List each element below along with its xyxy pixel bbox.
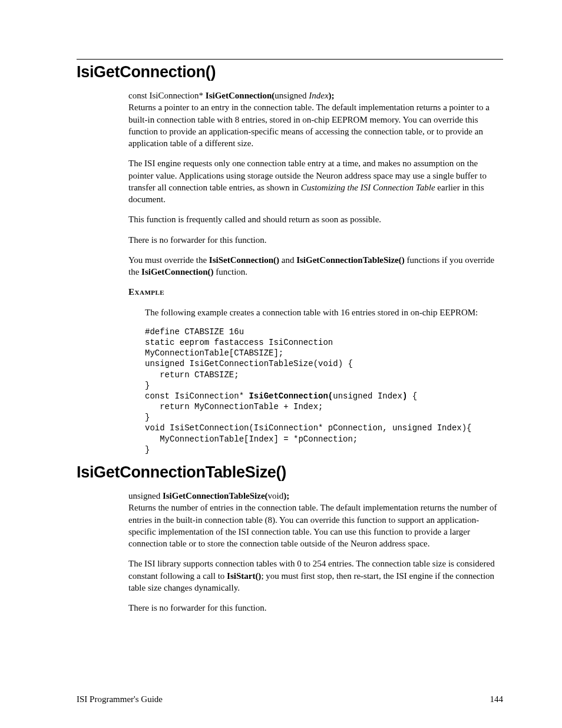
para-frequently-called: This function is frequently called and s… bbox=[128, 213, 503, 225]
text: function. bbox=[214, 267, 248, 276]
sig-pre: const IsiConnection* bbox=[128, 91, 206, 100]
sig-mid: void bbox=[268, 491, 284, 500]
text-bold: IsiGetConnection() bbox=[141, 267, 214, 276]
para-no-forwarder: There is no forwarder for this function. bbox=[128, 234, 503, 246]
horizontal-rule bbox=[77, 59, 503, 60]
section1-content: const IsiConnection* IsiGetConnection(un… bbox=[128, 90, 503, 455]
text: and bbox=[279, 255, 296, 265]
example-block: The following example creates a connecti… bbox=[128, 307, 503, 318]
footer-left: ISI Programmer's Guide bbox=[77, 694, 163, 704]
page-footer: ISI Programmer's Guide 144 bbox=[77, 694, 503, 704]
text: You must override the bbox=[128, 255, 209, 265]
text-bold: IsiStart() bbox=[227, 571, 261, 581]
para-must-override: You must override the IsiSetConnection()… bbox=[128, 254, 503, 278]
heading-isigetconnection: IsiGetConnection() bbox=[77, 63, 503, 81]
para-isi-engine: The ISI engine requests only one connect… bbox=[128, 157, 503, 205]
example-intro: The following example creates a connecti… bbox=[145, 307, 503, 318]
para-isi-library: The ISI library supports connection tabl… bbox=[128, 558, 503, 594]
page: IsiGetConnection() const IsiConnection* … bbox=[0, 0, 562, 728]
sig-param: Index bbox=[309, 91, 328, 100]
para-no-forwarder-2: There is no forwarder for this function. bbox=[128, 602, 503, 614]
text-bold: IsiGetConnectionTableSize() bbox=[296, 255, 405, 265]
sig-pre: unsigned bbox=[128, 491, 163, 500]
sig-name: IsiGetConnection( bbox=[206, 91, 275, 100]
code-block: #define CTABSIZE 16u static eeprom fasta… bbox=[145, 327, 503, 455]
example-label: Example bbox=[128, 286, 503, 298]
function-signature-2: unsigned IsiGetConnectionTableSize(void)… bbox=[128, 491, 289, 500]
heading-isigetconnectiontablesize: IsiGetConnectionTableSize() bbox=[77, 463, 503, 482]
text-bold: IsiSetConnection() bbox=[209, 255, 279, 265]
para-returns: Returns a pointer to an entry in the con… bbox=[128, 101, 503, 149]
text-italic: Customizing the ISI Connection Table bbox=[301, 183, 435, 192]
footer-page-number: 144 bbox=[490, 694, 504, 704]
sig-post: ); bbox=[283, 491, 289, 500]
sig-name: IsiGetConnectionTableSize( bbox=[163, 491, 268, 500]
section2-content: unsigned IsiGetConnectionTableSize(void)… bbox=[128, 490, 503, 614]
function-signature: const IsiConnection* IsiGetConnection(un… bbox=[128, 91, 335, 100]
para-returns-2: Returns the number of entries in the con… bbox=[128, 502, 503, 549]
sig-post: ); bbox=[329, 91, 335, 100]
sig-mid: unsigned bbox=[275, 91, 309, 100]
